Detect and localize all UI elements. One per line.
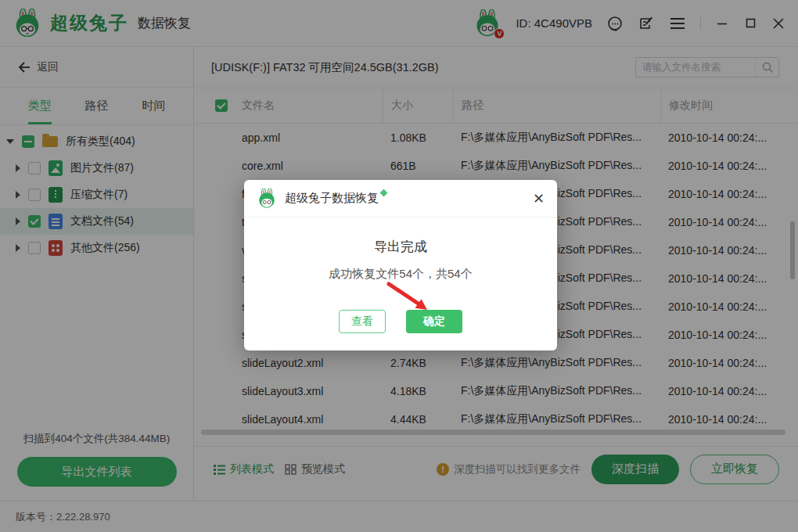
sparkle-icon: [380, 189, 388, 197]
export-complete-dialog: 超级兔子数据恢复 ✕ 导出完成 成功恢复文件54个，共54个 查看 确定: [244, 180, 557, 350]
dialog-message: 导出完成: [244, 238, 557, 256]
dialog-detail: 成功恢复文件54个，共54个: [244, 267, 557, 282]
ok-button[interactable]: 确定: [406, 310, 462, 333]
app-window: 超级兔子 数据恢复 V ID: 4C490VPB: [0, 0, 798, 532]
dialog-rabbit-logo-icon: [257, 189, 277, 209]
dialog-close-icon[interactable]: ✕: [533, 192, 545, 206]
dialog-header: 超级兔子数据恢复 ✕: [244, 180, 557, 217]
dialog-title: 超级兔子数据恢复: [285, 191, 379, 206]
view-button[interactable]: 查看: [339, 310, 386, 333]
